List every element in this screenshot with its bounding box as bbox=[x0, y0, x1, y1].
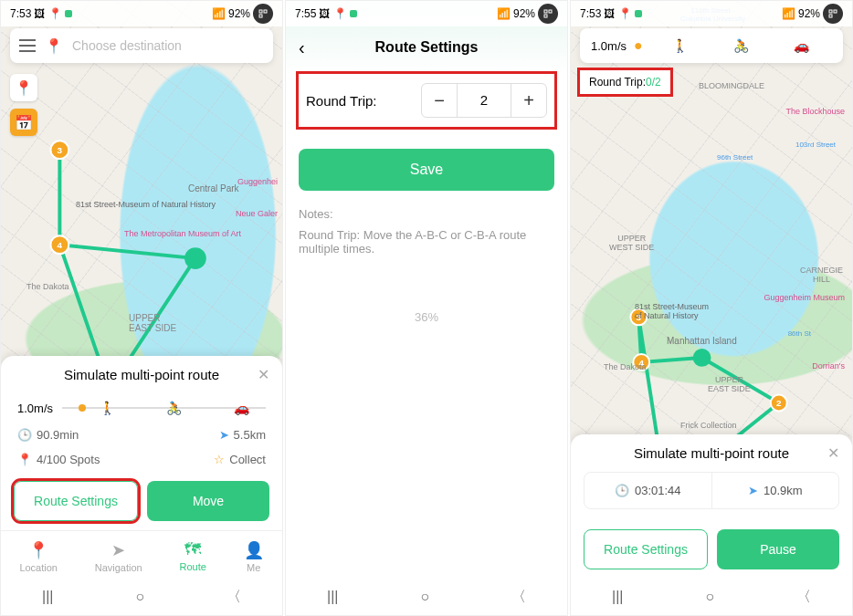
back-arrow-icon[interactable]: ‹ bbox=[299, 37, 305, 58]
car-icon[interactable]: 🚗 bbox=[794, 38, 809, 53]
running-distance: 10.9km bbox=[763, 484, 803, 497]
back-button[interactable]: 〈 bbox=[511, 588, 526, 607]
notes-title: Notes: bbox=[299, 207, 554, 221]
area-upper-east: UPPER EAST SIDE bbox=[129, 313, 176, 333]
svg-rect-5 bbox=[259, 10, 262, 13]
svg-point-11 bbox=[693, 349, 711, 367]
pause-button[interactable]: Pause bbox=[717, 529, 839, 569]
recents-button[interactable]: ||| bbox=[327, 589, 338, 605]
clock-icon: 🕒 bbox=[17, 428, 32, 442]
status-bar: 7:53🖼 📍 📶92% bbox=[571, 1, 852, 26]
settings-title: Route Settings bbox=[375, 39, 479, 56]
home-button[interactable]: ○ bbox=[420, 589, 429, 605]
nav-me[interactable]: 👤Me bbox=[244, 540, 264, 573]
close-icon[interactable]: ✕ bbox=[258, 366, 269, 383]
screen-route-settings: 7:55🖼 📍 📶92% ‹ Route Settings Round Trip… bbox=[285, 0, 568, 616]
panel-title: Simulate multi-point route bbox=[634, 445, 789, 461]
poi-86th: 86th St bbox=[788, 329, 811, 338]
poi-103rd: 103rd Street bbox=[795, 141, 836, 149]
nav-navigation[interactable]: ➤Navigation bbox=[95, 540, 142, 573]
area-central: Central Park bbox=[188, 183, 239, 193]
clock-icon: 🕒 bbox=[615, 484, 629, 497]
duration-value: 90.9min bbox=[37, 428, 79, 442]
recents-button[interactable]: ||| bbox=[42, 589, 53, 605]
plus-button[interactable]: + bbox=[511, 84, 546, 117]
spots-value: 4/100 Spots bbox=[37, 453, 100, 466]
route-settings-button[interactable]: Route Settings bbox=[584, 529, 708, 569]
area-bloomingdale: BLOOMINGDALE bbox=[699, 81, 764, 90]
save-button[interactable]: Save bbox=[299, 149, 554, 191]
walk-icon: 🚶 bbox=[100, 401, 115, 415]
recents-button[interactable]: ||| bbox=[612, 589, 623, 605]
poi-met: The Metropolitan Museum of Art bbox=[124, 229, 241, 238]
tool-calendar-icon[interactable]: 📅 bbox=[10, 109, 37, 136]
round-trip-label: Round Trip: bbox=[306, 93, 377, 109]
area-manhattan-island: Manhattan Island bbox=[667, 336, 737, 346]
move-button[interactable]: Move bbox=[147, 481, 269, 521]
round-trip-progress-badge: Round Trip:0/2 bbox=[580, 70, 670, 94]
speed-slider[interactable]: 🚶🚴🚗 bbox=[62, 399, 266, 417]
walk-icon[interactable]: 🚶 bbox=[672, 38, 688, 53]
svg-point-0 bbox=[184, 247, 206, 269]
area-upper-east: UPPER EAST SIDE bbox=[708, 375, 751, 393]
status-battery: 92% bbox=[513, 7, 535, 20]
poi-museum: 81st Street-Museum of Natural History bbox=[76, 200, 216, 209]
android-nav: ||| ○ 〈 bbox=[286, 579, 567, 615]
screen-route-plan: 3 4 81st Street-Museum of Natural Histor… bbox=[0, 0, 283, 616]
poi-dorrian: Dorrian's bbox=[812, 361, 845, 371]
back-button[interactable]: 〈 bbox=[226, 588, 241, 607]
bike-icon[interactable]: 🚴 bbox=[733, 38, 749, 53]
scan-icon[interactable] bbox=[823, 4, 843, 24]
status-time: 7:55 bbox=[295, 7, 316, 20]
simulate-panel: Simulate multi-point route ✕ 1.0m/s 🚶🚴🚗 … bbox=[1, 356, 282, 615]
home-button[interactable]: ○ bbox=[135, 589, 144, 605]
status-time: 7:53 bbox=[580, 7, 601, 20]
panel-title: Simulate multi-point route bbox=[64, 367, 219, 382]
area-upper-west: UPPER WEST SIDE bbox=[609, 234, 654, 252]
notes-body: Round Trip: Move the A-B-C or C-B-A rout… bbox=[299, 228, 554, 256]
back-button[interactable]: 〈 bbox=[796, 588, 811, 607]
collect-label[interactable]: Collect bbox=[229, 453, 266, 466]
car-icon: 🚗 bbox=[234, 401, 249, 415]
home-button[interactable]: ○ bbox=[705, 589, 714, 605]
poi-blockhouse: The Blockhouse bbox=[785, 107, 845, 116]
status-bar: 7:53🖼 📍 📶92% bbox=[1, 1, 282, 26]
star-icon: ☆ bbox=[214, 453, 225, 466]
bike-icon: 🚴 bbox=[166, 401, 182, 415]
poi-neue: Neue Galer bbox=[236, 209, 278, 218]
status-battery: 92% bbox=[798, 7, 820, 20]
close-icon[interactable]: ✕ bbox=[827, 444, 839, 462]
battery-indicator: 36% bbox=[286, 310, 567, 324]
nav-location[interactable]: 📍Location bbox=[19, 540, 58, 573]
android-nav: ||| ○ 〈 bbox=[571, 579, 852, 615]
location-icon: 📍 bbox=[28, 540, 48, 560]
area-carnegie: CARNEGIE HILL bbox=[800, 266, 843, 284]
svg-text:3: 3 bbox=[58, 145, 63, 155]
poi-dakota: The Dakota bbox=[604, 362, 647, 371]
poi-museum: 81st Street-Museum of Natural History bbox=[635, 302, 709, 320]
svg-rect-10 bbox=[544, 15, 547, 17]
tool-locate-icon[interactable]: 📍 bbox=[10, 74, 37, 101]
svg-text:4: 4 bbox=[58, 240, 63, 250]
route-settings-button[interactable]: Route Settings bbox=[14, 481, 138, 521]
minus-button[interactable]: − bbox=[422, 84, 457, 117]
round-trip-stepper: − 2 + bbox=[421, 83, 547, 118]
simulate-panel: Simulate multi-point route ✕ 🕒03:01:44 ➤… bbox=[571, 434, 852, 615]
pin-icon: 📍 bbox=[45, 37, 63, 55]
round-trip-value[interactable]: 2 bbox=[457, 84, 511, 117]
svg-rect-9 bbox=[549, 10, 552, 13]
menu-icon[interactable] bbox=[19, 39, 36, 52]
svg-rect-21 bbox=[834, 10, 837, 13]
route-icon: 🗺 bbox=[184, 540, 201, 559]
scan-icon[interactable] bbox=[253, 4, 273, 24]
round-trip-row: Round Trip: − 2 + bbox=[299, 74, 554, 127]
speed-bar: 1.0m/s ● 🚶🚴🚗 bbox=[580, 28, 843, 63]
navigation-icon: ➤ bbox=[111, 540, 125, 560]
distance-value: 5.5km bbox=[234, 428, 266, 442]
nav-route[interactable]: 🗺Route bbox=[179, 540, 205, 573]
search-placeholder: Choose destination bbox=[72, 38, 182, 53]
running-time: 03:01:44 bbox=[635, 484, 681, 497]
svg-rect-8 bbox=[544, 10, 547, 13]
scan-icon[interactable] bbox=[538, 4, 558, 24]
search-bar[interactable]: 📍 Choose destination bbox=[10, 28, 273, 63]
